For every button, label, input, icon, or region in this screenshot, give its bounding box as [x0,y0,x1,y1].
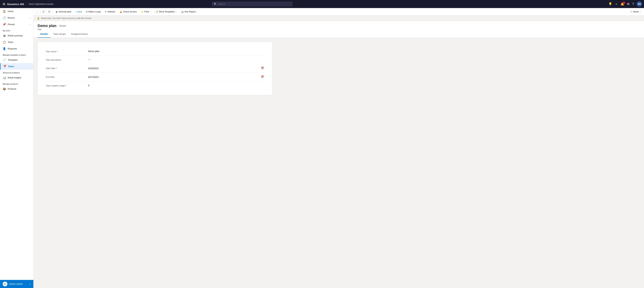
readonly-banner: 🔒 Read-only: You don't have access to ed… [34,15,644,21]
templates-icon: 📄 [3,58,6,61]
tab-task-setups[interactable]: Task setups [51,31,68,38]
user-avatar[interactable]: SM [636,1,642,7]
sidebar-item-retail-summary[interactable]: ▦ Retail summary [0,32,33,39]
sidebar-item-recent[interactable]: 🕐 Recent ⌄ [0,14,33,21]
sidebar: 🏠 Home 🕐 Recent ⌄ 📌 Pinned ⌄ My work ▦ R… [0,8,34,288]
retail-summary-icon: ▦ [3,34,6,37]
run-report-label: Run Report [184,10,196,13]
execute-plan-button[interactable]: ▶ Execute plan [54,9,73,14]
form-card: Plan name * Demo plan Plan description -… [38,42,272,95]
plan-description-text: --- [88,58,90,61]
pin-icon: 📌 [3,23,6,26]
chevron-down-icon: ⌄ [29,17,31,19]
word-templates-chevron-icon: ⌄ [176,11,177,12]
run-report-icon: 📊 [181,10,184,13]
record-tabs: Details Task setups Assigned stores [34,31,644,38]
sidebar-item-action-center[interactable]: AC Action center ◇ [0,280,33,288]
share-label: Share [633,10,639,13]
section-label-my-work: My work [0,28,33,32]
sidebar-label-templates: Templates [8,59,18,61]
app-module: Store Operations Assist [27,3,53,5]
plans-icon: 📅 [3,65,6,68]
sidebar-item-templates[interactable]: 📄 Templates [0,57,33,63]
execute-plan-label: Execute plan [59,10,71,13]
sidebar-label-pinned: Pinned [8,23,14,26]
required-star: * [57,50,58,53]
settings-icon[interactable]: ⚙ [627,2,630,6]
sidebar-label-retail-insights: Retail insights [8,76,21,79]
record-subtitle: Plan [38,28,640,31]
retail-insights-icon: 📊 [3,76,6,79]
flow-icon: ⚡ [141,10,144,13]
add-icon[interactable]: ＋ [615,2,618,6]
waffle-icon[interactable]: ⊞ [2,1,6,6]
top-navigation: ⊞ Dynamics 365 Store Operations Assist 🔍… [0,0,644,8]
share-icon: ↗ [630,10,632,13]
readonly-message: Read-only: You don't have access to edit… [41,17,92,19]
calendar-icon-start[interactable]: 📅 [261,67,264,70]
sidebar-label-products: Products [8,88,16,90]
sidebar-label-plans: Plans [8,65,14,68]
recent-icon: 🕐 [3,16,6,19]
list-view-button[interactable]: ☰ [41,9,46,14]
home-icon: 🏠 [3,10,6,13]
label-end-date: End date [46,75,83,78]
calendar-icon-end[interactable]: 📅 [261,75,264,79]
tab-assigned-stores[interactable]: Assigned stores [68,31,90,38]
copy-icon: ⧉ [86,10,88,13]
run-report-button[interactable]: 📊 Run Report ⌄ [179,9,200,14]
value-plan-name: Demo plan [88,50,264,53]
value-end-date: 4/27/2023 📅 [88,75,264,79]
form-row-plan-name: Plan name * Demo plan [46,47,264,56]
flow-label: Flow [144,10,149,13]
help-icon[interactable]: ? [632,2,634,6]
record-header: Demo plan - Saved Plan [34,21,644,31]
sidebar-item-products[interactable]: 📦 Products [0,86,33,92]
check-access-button[interactable]: 🔒 Check Access [118,9,138,14]
search-icon: 🔍 [214,3,217,5]
new-icon: + [75,10,77,13]
sidebar-item-plans[interactable]: 📅 Plans [0,63,33,70]
label-plan-description: Plan description [46,58,83,61]
task-creation-range-text: 5 [88,84,90,87]
section-label-advanced-analytics: Advanced analytics [0,70,33,74]
sidebar-item-requests[interactable]: 👤 Requests [0,45,33,52]
lightbulb-icon[interactable]: 💡 [608,2,612,6]
form-row-plan-description: Plan description --- [46,56,264,64]
top-nav-right: 💡 ＋ 🔔 10 ⚙ ? SM [608,1,642,7]
sidebar-label-recent: Recent [8,16,14,19]
action-center-label: Action center [9,283,23,285]
flow-chevron-icon: ⌄ [150,11,151,12]
sidebar-item-pinned[interactable]: 📌 Pinned ⌄ [0,21,33,28]
run-report-chevron-icon: ⌄ [196,11,198,12]
word-templates-button[interactable]: 📝 Word Templates ⌄ [154,9,178,14]
products-icon: 📦 [3,87,6,90]
tab-details[interactable]: Details [38,31,51,38]
back-button[interactable]: ← [35,9,40,14]
search-input[interactable] [218,3,291,5]
search-bar[interactable]: 🔍 [212,2,292,6]
sidebar-item-retail-insights[interactable]: 📊 Retail insights [0,74,33,81]
sidebar-item-tasks[interactable]: 📋 Tasks [0,39,33,45]
required-star: * [56,67,57,69]
new-button[interactable]: + New [74,9,84,14]
saved-status: - Saved [58,24,66,27]
app-name: Dynamics 365 [7,3,24,5]
lock-icon: 🔒 [37,17,40,19]
tasks-icon: 📋 [3,40,6,44]
sidebar-item-home[interactable]: 🏠 Home [0,8,33,14]
check-access-icon: 🔒 [120,10,122,13]
make-a-copy-button[interactable]: ⧉ Make a copy [84,9,102,14]
sidebar-label-home: Home [8,10,14,12]
detail-view-button[interactable]: ⧉ [47,9,52,14]
share-chevron-icon: ⌄ [640,11,641,12]
share-button[interactable]: ↗ Share ⌄ [628,9,643,14]
requests-icon: 👤 [3,47,6,50]
notifications-icon[interactable]: 🔔 10 [620,2,624,6]
refresh-button[interactable]: ↻ Refresh [103,9,117,14]
record-title-text: Demo plan [38,24,56,28]
sidebar-label-retail-summary: Retail summary [8,34,23,37]
flow-button[interactable]: ⚡ Flow ⌄ [139,9,153,14]
notification-badge: 10 [622,1,625,4]
record-title-row: Demo plan - Saved [38,24,640,28]
